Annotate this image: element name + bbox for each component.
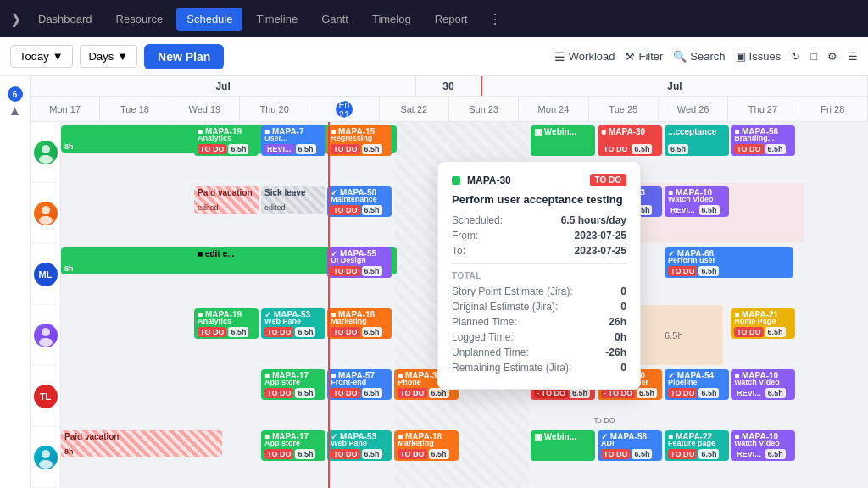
task-sick-leave-r2[interactable]: Sick leave edited <box>261 186 326 214</box>
task-mapa18-r6[interactable]: ■ MAPA-18 Marketing TO DO6.5h <box>394 430 459 461</box>
tooltip-logged-label: Logged Time: <box>452 331 514 343</box>
tab-report[interactable]: Report <box>425 8 478 30</box>
task-mapa53-r6[interactable]: ✓ MAPA-53 Web Pane TO DO6.5h <box>327 430 392 461</box>
tooltip-totals-section: TOTAL Story Point Estimate (Jira): 0 Ori… <box>452 263 626 374</box>
today-line <box>328 122 330 488</box>
task-mapa10-r6[interactable]: ■ MAPA-10 Watch Video REVI...6.5h <box>731 430 795 461</box>
resource-row-3 <box>31 305 60 366</box>
tab-resource[interactable]: Resource <box>106 8 174 30</box>
task-mapa17-r6[interactable]: ■ MAPA-17 App store TO DO6.5h <box>261 430 326 461</box>
task-mapa56-r1[interactable]: ■ MAPA-56 Branding... TO DO6.5h <box>731 125 795 156</box>
chevron-down-icon: ▼ <box>117 50 128 63</box>
task-mapa19-r1[interactable]: ■ MAPA-19 Analytics TO DO6.5h <box>194 125 259 156</box>
more-menu-button[interactable]: ⋮ <box>481 6 509 32</box>
tooltip-original-label: Original Estimate (Jira): <box>452 301 558 313</box>
task-mapa7-r1[interactable]: ■ MAPA-7 User... REVI...6.5h <box>261 125 326 156</box>
task-mapa10-r2[interactable]: ■ MAPA-10 Watch Video REVI...6.5h <box>665 186 729 217</box>
task-acceptance-r1[interactable]: ...cceptance 6.5h <box>665 125 729 156</box>
tooltip-scheduled-label: Scheduled: <box>452 214 503 226</box>
new-plan-button[interactable]: New Plan <box>144 44 224 69</box>
search-label: Search <box>690 50 725 63</box>
avatar-3 <box>34 324 58 347</box>
tooltip-status-badge: TO DO <box>590 174 626 186</box>
task-mapa21-r4[interactable]: ■ MAPA-21 Home Page TO DO6.5h <box>731 308 795 339</box>
task-paid-vacation-r6[interactable]: Paid vacation 8h <box>61 430 222 458</box>
avatar-4 <box>34 446 58 469</box>
day-thu27: Thu 27 <box>728 97 798 121</box>
today-button[interactable]: Today ▼ <box>10 45 73 68</box>
sidebar-collapse-icon[interactable]: ▲ <box>8 103 22 119</box>
notification-badge: 6 <box>8 86 23 102</box>
tooltip-story-row: Story Point Estimate (Jira): 0 <box>452 286 626 297</box>
task-mapa18-r4[interactable]: ■ MAPA-18 Marketing TO DO6.5h <box>327 308 392 339</box>
equalizer-icon[interactable]: ☰ <box>848 50 858 63</box>
tab-schedule[interactable]: Schedule <box>176 8 242 30</box>
day-headers: Mon 17 Tue 18 Wed 19 Thu 20 Fri 21 Sat 2… <box>31 97 868 122</box>
day-fri21: Fri 21 <box>309 97 379 121</box>
task-mapa55-ml[interactable]: ✓ MAPA-55 UI Design TO DO6.5h <box>327 247 392 278</box>
tooltip-planned-value: 26h <box>609 316 626 328</box>
tooltip-jira-icon <box>452 176 460 185</box>
tooltip-original-value: 0 <box>620 301 626 313</box>
avatar-2 <box>34 202 58 225</box>
day-wed19: Wed 19 <box>170 97 240 121</box>
day-fri28: Fri 28 <box>798 97 868 121</box>
task-paid-vacation-r2[interactable]: Paid vacation edited <box>194 186 259 214</box>
day-tue18: Tue 18 <box>100 97 170 121</box>
svg-point-3 <box>39 216 53 225</box>
calendar-main: Jul 30 Jul Mon 17 Tue 18 Wed 19 Thu 20 F… <box>31 76 868 488</box>
task-mapa17-r5[interactable]: ■ MAPA-17 App store TO DO6.5h <box>261 369 326 400</box>
task-edit-ml[interactable]: ■ edit e... <box>194 247 259 278</box>
tab-timelog[interactable]: Timelog <box>362 8 421 30</box>
settings-button[interactable]: ⚙ <box>827 50 837 63</box>
svg-point-1 <box>39 155 53 164</box>
nav-expand-icon[interactable]: ❯ <box>10 11 21 27</box>
task-mapa66-ml[interactable]: ✓ MAPA-66 Perform user TO DO6.5h <box>665 247 793 278</box>
filter-button[interactable]: ⚒ Filter <box>625 50 663 63</box>
search-button[interactable]: 🔍 Search <box>673 50 725 63</box>
tab-timeline[interactable]: Timeline <box>246 8 308 30</box>
task-mapa15-r1[interactable]: ■ MAPA-15 Regressing TO DO6.5h <box>327 125 392 156</box>
task-mapa58-r6[interactable]: ✓ MAPA-58 ADI TO DO6.5h <box>598 430 662 461</box>
day-sat22: Sat 22 <box>380 97 449 121</box>
tooltip-card-id: MAPA-30 <box>467 175 511 186</box>
task-mapa30-r1[interactable]: ■ MAPA-30 TO DO6.5h <box>598 125 662 156</box>
task-mapa50-r2[interactable]: ✓ MAPA-50 Maintenance TO DO6.5h <box>327 186 392 217</box>
tab-gantt[interactable]: Gantt <box>311 8 359 30</box>
tooltip-scheduled-value: 6.5 hours/day <box>561 214 626 226</box>
refresh-button[interactable]: ↻ <box>791 50 800 63</box>
tooltip-unplanned-value: -26h <box>605 347 626 358</box>
tooltip-from-label: From: <box>452 230 478 241</box>
svg-point-4 <box>42 328 50 336</box>
expand-button[interactable]: □ <box>810 50 817 63</box>
day-mon17: Mon 17 <box>31 97 100 121</box>
filter-label: Filter <box>638 50 663 63</box>
resource-row-ml: ML <box>31 244 60 305</box>
task-mapa19-r4[interactable]: ■ MAPA-19 Analytics TO DO6.5h <box>194 308 259 339</box>
day-mon24: Mon 24 <box>519 97 588 121</box>
search-icon: 🔍 <box>673 50 687 63</box>
tooltip-title-row: MAPA-30 <box>452 175 511 186</box>
issues-button[interactable]: ▣ Issues <box>736 50 782 63</box>
svg-point-0 <box>42 145 50 153</box>
workload-button[interactable]: ☰ Workload <box>554 50 615 64</box>
tab-dashboard[interactable]: Dashboard <box>28 8 103 30</box>
tooltip-logged-row: Logged Time: 0h <box>452 331 626 343</box>
svg-point-2 <box>42 206 50 214</box>
avatar-ml: ML <box>34 263 58 286</box>
task-mapa54-r5[interactable]: ✓ MAPA-54 Pipeline TO DO6.5h <box>665 369 729 400</box>
workload-icon: ☰ <box>554 50 565 64</box>
days-button[interactable]: Days ▼ <box>80 45 138 68</box>
task-webinar-r6[interactable]: ▣ Webin... <box>531 430 595 461</box>
svg-point-6 <box>42 450 50 458</box>
task-webinar-r1[interactable]: ▣ Webin... <box>531 125 595 156</box>
task-mapa10-r5b[interactable]: ■ MAPA-10 Watch Video REVI...6.5h <box>731 369 795 400</box>
task-mapa53-r4[interactable]: ✓ MAPA-53 Web Pane TO DO6.5h <box>261 308 326 339</box>
tooltip-scheduled-row: Scheduled: 6.5 hours/day <box>452 214 626 226</box>
day-tue25: Tue 25 <box>589 97 659 121</box>
tooltip-story-value: 0 <box>620 286 626 297</box>
task-mapa22-r6[interactable]: ■ MAPA-22 Feature page TO DO6.5h <box>665 430 729 461</box>
avatar-tl: TL <box>34 385 58 408</box>
tooltip-to-label: To: <box>452 245 465 257</box>
task-mapa57-r5[interactable]: ■ MAPA-57 Front-end TO DO6.5h <box>327 369 392 400</box>
